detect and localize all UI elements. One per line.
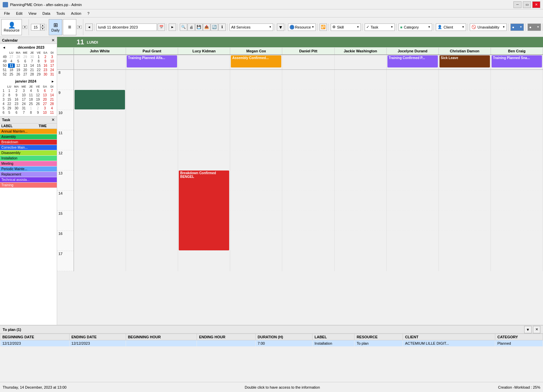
schedule-cell[interactable] <box>282 211 334 231</box>
cal-day[interactable]: 6 <box>13 110 20 115</box>
menu-edit[interactable]: Edit <box>13 11 25 16</box>
cal-day[interactable]: 31 <box>20 106 27 110</box>
schedule-cell[interactable] <box>491 110 543 130</box>
schedule-cell[interactable] <box>439 251 491 271</box>
cal-day[interactable]: 19 <box>15 68 22 72</box>
schedule-cell[interactable] <box>335 150 386 170</box>
cal-day[interactable]: 2 <box>42 55 49 59</box>
resource-button[interactable]: 👤 Resource <box>1 19 22 35</box>
schedule-cell[interactable] <box>491 150 543 170</box>
to-plan-close-button[interactable]: ✕ <box>533 326 540 333</box>
calendar-button[interactable]: 📅 <box>158 23 165 31</box>
schedule-cell[interactable] <box>74 170 126 191</box>
cal-day[interactable]: 22 <box>6 102 13 106</box>
cal-day[interactable]: 22 <box>35 68 42 72</box>
schedule-cell[interactable] <box>491 70 543 90</box>
cal-day[interactable]: 7 <box>48 89 55 93</box>
schedule-cell[interactable] <box>74 231 126 251</box>
menu-data[interactable]: Data <box>40 11 53 16</box>
schedule-cell[interactable] <box>74 251 126 271</box>
toggle2-dropdown[interactable]: ● ▼ <box>528 23 541 31</box>
task-list-item[interactable]: Corrective Main... <box>0 145 57 150</box>
schedule-cell[interactable] <box>126 191 178 211</box>
schedule-cell[interactable] <box>335 130 386 150</box>
schedule-cell[interactable] <box>230 130 282 150</box>
schedule-cell[interactable] <box>282 70 334 90</box>
header-event[interactable]: Training Planned Alfa... <box>127 55 177 67</box>
cal-day[interactable]: 16 <box>42 63 49 68</box>
cal-day[interactable]: 13 <box>22 63 29 68</box>
cal-day[interactable]: 29 <box>35 72 42 77</box>
cal-day[interactable]: 12 <box>15 63 22 68</box>
minimize-button[interactable]: ─ <box>513 1 521 8</box>
menu-view[interactable]: View <box>26 11 39 16</box>
schedule-cell[interactable] <box>178 90 230 110</box>
schedule-cell[interactable] <box>387 251 438 271</box>
cal-day[interactable]: 10 <box>49 59 55 63</box>
cal-day[interactable]: 9 <box>34 110 41 115</box>
to-plan-collapse-button[interactable]: ▼ <box>524 326 532 333</box>
task-list-item[interactable]: Assembly <box>0 134 57 140</box>
schedule-cell[interactable] <box>178 70 230 90</box>
schedule-cell[interactable] <box>230 211 282 231</box>
schedule-cell[interactable] <box>387 130 438 150</box>
schedule-cell[interactable] <box>439 170 491 191</box>
schedule-cell[interactable] <box>439 90 491 110</box>
task-dropdown[interactable]: ✓ Task ▼ <box>365 23 395 31</box>
resource-filter-dropdown[interactable]: 👤 Resource ▼ <box>288 23 316 31</box>
cal-day[interactable]: 29 <box>6 106 13 110</box>
cal-day[interactable]: 25 <box>27 102 34 106</box>
header-event[interactable]: Assembly Confirmed... <box>231 55 281 67</box>
cal-day[interactable]: 8 <box>27 110 34 115</box>
filter-icon-btn[interactable]: ▼ <box>277 23 284 31</box>
cal-day[interactable]: 26 <box>15 72 22 77</box>
schedule-cell[interactable] <box>282 110 334 130</box>
schedule-cell[interactable] <box>230 231 282 251</box>
calendar-close-button[interactable]: ✕ <box>51 38 55 43</box>
cal-day[interactable]: 7 <box>20 110 27 115</box>
schedule-cell[interactable] <box>126 110 178 130</box>
cal-day[interactable]: 8 <box>6 93 13 97</box>
task-list-item[interactable]: Periodic Mainte... <box>0 166 57 172</box>
menu-help[interactable]: ? <box>85 11 92 16</box>
schedule-cell[interactable] <box>126 70 178 90</box>
schedule-cell[interactable] <box>178 110 230 130</box>
schedule-cell[interactable] <box>126 231 178 251</box>
schedule-cell[interactable] <box>439 110 491 130</box>
cal-day[interactable]: 3 <box>41 106 48 110</box>
cal-day[interactable]: 1 <box>6 89 13 93</box>
cal-day[interactable]: 10 <box>41 110 48 115</box>
cal-day[interactable]: 6 <box>22 59 29 63</box>
cal-day[interactable]: 28 <box>15 55 22 59</box>
schedule-cell[interactable] <box>126 211 178 231</box>
cal-day[interactable]: 31 <box>49 72 55 77</box>
cal-day[interactable]: 14 <box>29 63 35 68</box>
search-icon-btn[interactable]: 🔍 <box>180 23 187 31</box>
cal-day[interactable]: 10 <box>20 93 27 97</box>
cal-day[interactable]: 11 <box>8 63 15 68</box>
cal-day[interactable]: 19 <box>34 97 41 102</box>
schedule-cell[interactable] <box>230 251 282 271</box>
cal-day[interactable]: 24 <box>20 102 27 106</box>
cal-day[interactable]: 27 <box>41 102 48 106</box>
schedule-cell[interactable] <box>335 251 386 271</box>
schedule-cell[interactable] <box>439 70 491 90</box>
cal-day[interactable]: 23 <box>42 68 49 72</box>
schedule-cell[interactable] <box>491 130 543 150</box>
cal-day[interactable]: 21 <box>48 97 55 102</box>
client-dropdown[interactable]: 👤 Client ▼ <box>436 23 466 31</box>
cal-day[interactable]: 5 <box>34 89 41 93</box>
cal-day[interactable]: 21 <box>29 68 35 72</box>
cal-day[interactable]: 28 <box>29 72 35 77</box>
cal-day[interactable]: 30 <box>13 106 20 110</box>
cal-day[interactable]: 17 <box>49 63 55 68</box>
schedule-cell[interactable] <box>126 90 178 110</box>
cal-day[interactable]: 11 <box>48 110 55 115</box>
cal-day[interactable]: 2 <box>34 106 41 110</box>
next-nav-button[interactable]: ► <box>169 23 176 31</box>
unavailability-dropdown[interactable]: 🚫 Unavailability ▼ <box>470 23 507 31</box>
schedule-cell[interactable] <box>282 170 334 191</box>
task-list-item[interactable]: Annual Mainten... <box>0 129 57 134</box>
schedule-cell[interactable] <box>230 110 282 130</box>
menu-file[interactable]: File <box>1 11 13 16</box>
